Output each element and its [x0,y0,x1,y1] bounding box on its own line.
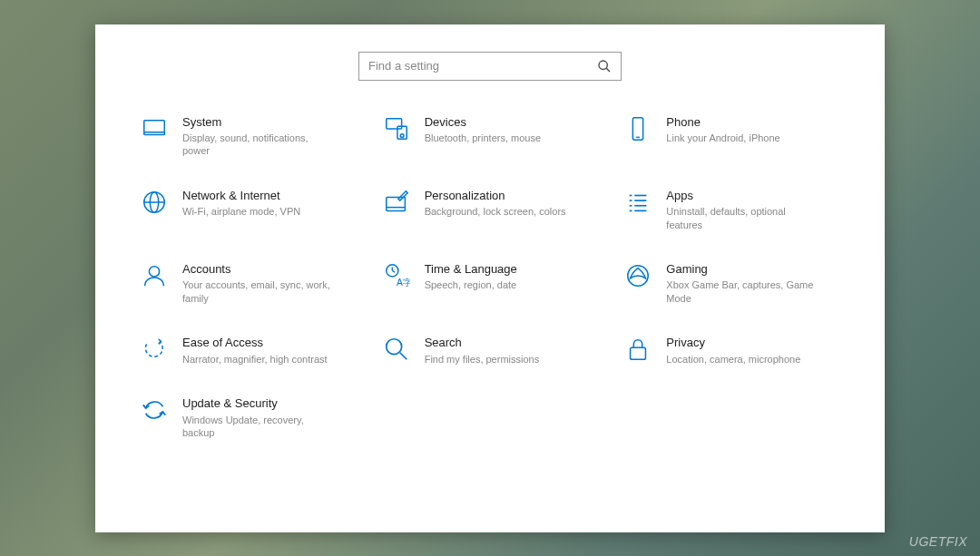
tile-text: Apps Uninstall, defaults, optional featu… [666,189,816,231]
tile-title: Phone [666,115,779,130]
tile-phone[interactable]: Phone Link your Android, iPhone [624,115,839,158]
search-input[interactable] [368,59,597,73]
svg-line-29 [399,353,407,360]
search-box[interactable] [358,52,622,81]
tile-text: Privacy Location, camera, microphone [666,336,800,366]
gaming-icon [624,262,652,289]
system-icon [141,115,168,142]
settings-grid: System Display, sound, notifications, po… [141,115,839,440]
ease-of-access-icon [141,336,168,363]
tile-title: Devices [425,115,541,130]
tile-title: Personalization [425,189,566,203]
svg-rect-7 [633,117,643,139]
tile-desc: Bluetooth, printers, mouse [425,132,541,144]
tile-ease-of-access[interactable]: Ease of Access Narrator, magnifier, high… [141,336,356,366]
tile-desc: Your accounts, email, sync, work, family [182,278,332,305]
tile-text: Network & Internet Wi-Fi, airplane mode,… [182,189,300,219]
tile-title: Gaming [666,262,816,277]
apps-icon [624,189,652,216]
accounts-icon [141,262,168,289]
settings-window: System Display, sound, notifications, po… [95,24,885,532]
tile-devices[interactable]: Devices Bluetooth, printers, mouse [383,115,598,158]
tile-desc: Background, lock screen, colors [425,205,566,218]
tile-text: Search Find my files, permissions [425,336,540,366]
tile-title: Ease of Access [182,336,328,350]
tile-apps[interactable]: Apps Uninstall, defaults, optional featu… [624,189,839,231]
tile-desc: Find my files, permissions [425,353,540,366]
tile-desc: Location, camera, microphone [666,353,800,366]
tile-title: Time & Language [425,262,517,277]
privacy-icon [624,336,652,363]
svg-rect-30 [631,347,646,359]
globe-icon [141,189,168,216]
update-icon [141,396,168,424]
tile-text: Update & Security Windows Update, recove… [182,396,332,439]
svg-point-6 [400,133,404,137]
svg-rect-4 [386,118,401,128]
svg-line-1 [606,68,610,72]
tile-title: Privacy [666,336,800,350]
personalization-icon [383,189,410,216]
tile-text: Personalization Background, lock screen,… [425,189,566,219]
tile-system[interactable]: System Display, sound, notifications, po… [141,115,356,158]
tile-accounts[interactable]: Accounts Your accounts, email, sync, wor… [141,262,356,305]
tile-gaming[interactable]: Gaming Xbox Game Bar, captures, Game Mod… [624,262,839,305]
tile-desc: Uninstall, defaults, optional features [666,205,816,231]
devices-icon [383,115,410,142]
svg-point-22 [149,267,159,277]
tile-network[interactable]: Network & Internet Wi-Fi, airplane mode,… [141,189,356,231]
phone-icon [624,115,652,142]
svg-point-28 [386,339,401,355]
tile-title: Search [425,336,540,350]
time-language-icon: A字 [383,262,410,289]
tile-time-language[interactable]: A字 Time & Language Speech, region, date [383,262,598,305]
tile-title: Apps [666,189,816,203]
search-tile-icon [383,336,410,363]
tile-text: System Display, sound, notifications, po… [182,115,332,158]
tile-desc: Link your Android, iPhone [666,132,779,144]
tile-desc: Windows Update, recovery, backup [182,414,332,440]
tile-search[interactable]: Search Find my files, permissions [383,336,598,366]
search-icon [597,59,612,73]
tile-text: Accounts Your accounts, email, sync, wor… [182,262,332,305]
tile-desc: Narrator, magnifier, high contrast [182,353,328,366]
tile-desc: Speech, region, date [425,278,517,291]
tile-text: Ease of Access Narrator, magnifier, high… [182,336,328,366]
watermark: UGETFIX [909,534,967,549]
tile-title: Update & Security [182,396,332,411]
tile-title: System [182,115,332,130]
svg-line-25 [392,270,395,272]
tile-text: Gaming Xbox Game Bar, captures, Game Mod… [666,262,816,305]
tile-privacy[interactable]: Privacy Location, camera, microphone [624,336,839,366]
tile-text: Time & Language Speech, region, date [425,262,517,292]
svg-point-0 [599,61,607,69]
tile-personalization[interactable]: Personalization Background, lock screen,… [383,189,598,231]
tile-update-security[interactable]: Update & Security Windows Update, recove… [141,396,356,439]
tile-text: Phone Link your Android, iPhone [666,115,779,145]
tile-title: Network & Internet [182,189,300,203]
svg-text:A字: A字 [397,278,410,288]
tile-title: Accounts [182,262,332,277]
tile-text: Devices Bluetooth, printers, mouse [425,115,541,145]
tile-desc: Wi-Fi, airplane mode, VPN [182,205,300,218]
tile-desc: Display, sound, notifications, power [182,132,332,158]
tile-desc: Xbox Game Bar, captures, Game Mode [666,278,816,305]
